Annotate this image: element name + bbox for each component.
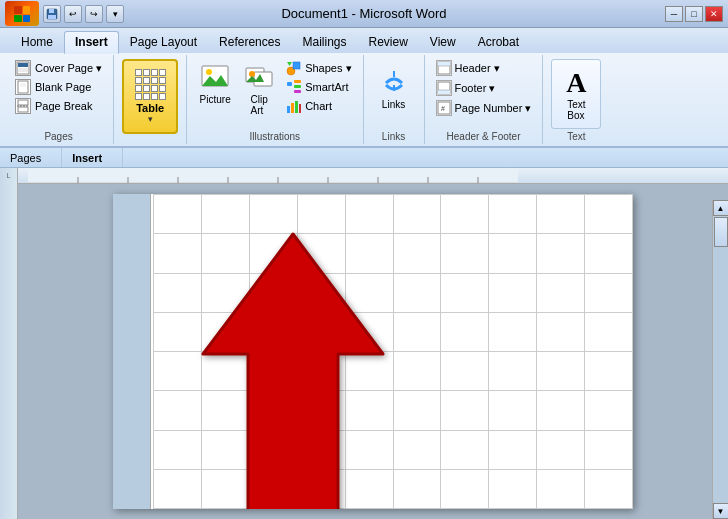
tg-cell	[585, 234, 633, 273]
window-title: Document1 - Microsoft Word	[281, 6, 446, 21]
tg-cell	[394, 470, 442, 509]
tab-references[interactable]: References	[208, 31, 291, 53]
svg-rect-5	[49, 9, 54, 13]
tg-cell	[202, 431, 250, 470]
links-items: Links	[372, 59, 416, 129]
tg-cell	[154, 195, 202, 234]
table-btn-label: Table	[136, 102, 164, 114]
tg-cell	[298, 274, 346, 313]
clip-art-icon	[243, 61, 275, 93]
left-margin	[113, 194, 151, 509]
tg-cell	[489, 391, 537, 430]
close-btn[interactable]: ✕	[705, 6, 723, 22]
table-grid-icon	[135, 69, 166, 100]
scroll-down-btn[interactable]: ▼	[713, 503, 729, 519]
smartart-label: SmartArt	[305, 81, 348, 93]
cover-page-btn[interactable]: Cover Page ▾	[12, 59, 105, 77]
tg-cell	[346, 274, 394, 313]
maximize-btn[interactable]: □	[685, 6, 703, 22]
tg-cell	[537, 195, 585, 234]
tab-review[interactable]: Review	[357, 31, 418, 53]
picture-btn[interactable]: Picture	[195, 59, 235, 107]
tg-cell	[585, 431, 633, 470]
tg-cell	[346, 352, 394, 391]
table-grid-overlay	[153, 194, 633, 509]
ribbon-group-illustrations: Picture ClipArt	[187, 55, 363, 144]
tg-cell	[202, 234, 250, 273]
tg-cell	[537, 313, 585, 352]
tg-cell	[441, 234, 489, 273]
minimize-btn[interactable]: ─	[665, 6, 683, 22]
smartart-btn[interactable]: SmartArt	[283, 78, 354, 96]
svg-rect-32	[291, 103, 294, 113]
links-btn[interactable]: Links	[372, 59, 416, 114]
chart-btn[interactable]: Chart	[283, 97, 354, 115]
undo-quick-btn[interactable]: ↩	[64, 5, 82, 23]
footer-icon	[436, 80, 452, 96]
ruler-top	[18, 168, 728, 184]
clip-art-btn[interactable]: ClipArt	[239, 59, 279, 118]
header-label: Header ▾	[455, 62, 500, 75]
svg-rect-41	[438, 90, 450, 94]
hf-buttons: Header ▾ Footer ▾	[433, 59, 535, 117]
office-button[interactable]	[5, 1, 39, 26]
tg-cell	[489, 274, 537, 313]
ribbon-group-table: Table ▾	[114, 55, 187, 144]
svg-rect-34	[299, 104, 301, 113]
tg-cell	[585, 352, 633, 391]
tg-cell	[585, 274, 633, 313]
svg-point-18	[206, 69, 212, 75]
tab-acrobat[interactable]: Acrobat	[467, 31, 530, 53]
footer-btn[interactable]: Footer ▾	[433, 79, 535, 97]
svg-rect-31	[287, 106, 290, 113]
redo-quick-btn[interactable]: ↪	[85, 5, 103, 23]
chart-icon	[286, 98, 302, 114]
tg-cell	[394, 431, 442, 470]
tab-insert[interactable]: Insert	[64, 31, 119, 54]
tab-home[interactable]: Home	[10, 31, 64, 53]
svg-rect-8	[18, 63, 28, 67]
insert-group-bottom-label: Insert	[62, 148, 123, 167]
down-quick-btn[interactable]: ▾	[106, 5, 124, 23]
chart-label: Chart	[305, 100, 332, 112]
tab-page-layout[interactable]: Page Layout	[119, 31, 208, 53]
page-break-btn[interactable]: Page Break	[12, 97, 95, 115]
blank-page-btn[interactable]: Blank Page	[12, 78, 94, 96]
footer-label: Footer ▾	[455, 82, 496, 95]
tg-cell	[346, 234, 394, 273]
page-number-btn[interactable]: # Page Number ▾	[433, 99, 535, 117]
svg-rect-0	[14, 6, 22, 14]
tg-cell	[489, 431, 537, 470]
tg-cell	[298, 313, 346, 352]
scrollbar-right[interactable]: ▲ ▼	[712, 200, 728, 519]
cover-page-label: Cover Page ▾	[35, 62, 102, 75]
svg-rect-3	[23, 15, 30, 22]
tab-mailings[interactable]: Mailings	[291, 31, 357, 53]
text-box-btn[interactable]: A TextBox	[551, 59, 601, 129]
tab-view[interactable]: View	[419, 31, 467, 53]
tg-cell	[154, 470, 202, 509]
pages-group-label: Pages	[44, 131, 72, 142]
tg-cell	[441, 470, 489, 509]
page-number-label: Page Number ▾	[455, 102, 532, 115]
tg-cell	[346, 391, 394, 430]
scroll-thumb[interactable]	[714, 217, 728, 247]
shapes-btn[interactable]: Shapes ▾	[283, 59, 354, 77]
svg-rect-29	[294, 85, 301, 88]
links-group-label: Links	[382, 131, 405, 142]
svg-marker-26	[287, 62, 292, 66]
tg-cell	[489, 234, 537, 273]
header-btn[interactable]: Header ▾	[433, 59, 535, 77]
table-button[interactable]: Table ▾	[122, 59, 178, 134]
text-A-icon: A	[566, 67, 586, 99]
tg-cell	[441, 195, 489, 234]
illustrations-items: Picture ClipArt	[195, 59, 354, 129]
svg-rect-27	[287, 82, 292, 86]
scroll-up-btn[interactable]: ▲	[713, 200, 729, 216]
title-bar-left: ↩ ↪ ▾	[5, 1, 124, 26]
tg-cell	[394, 391, 442, 430]
tg-cell	[537, 470, 585, 509]
save-quick-btn[interactable]	[43, 5, 61, 23]
svg-rect-1	[23, 6, 30, 14]
pages-group-bottom-label: Pages	[0, 148, 62, 167]
